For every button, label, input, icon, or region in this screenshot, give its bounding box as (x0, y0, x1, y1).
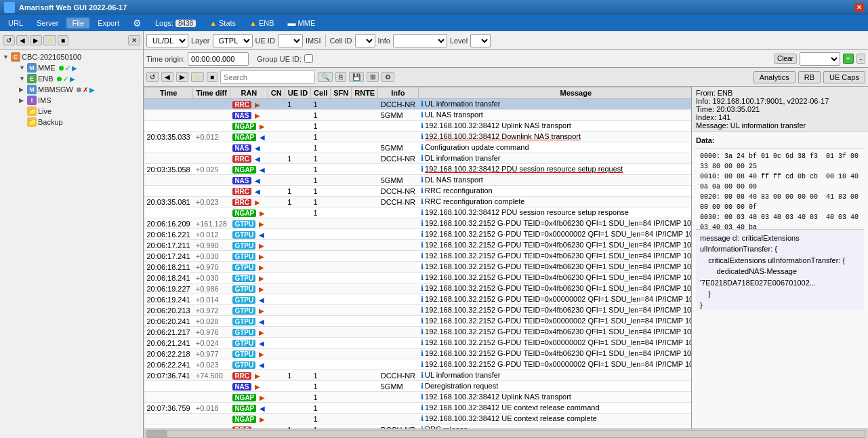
table-row[interactable]: NAS ▶ 1 5GMM ℹUL NAS transport (144, 110, 693, 121)
table-row[interactable]: 20:06:17.211 +0.990 GTPU ▶ ℹ192.168.100.… (144, 240, 693, 251)
table-row[interactable]: RRC ◀ 1 1 DCCH-NR ℹRRC reconfiguration (144, 186, 693, 197)
table-row[interactable]: 20:06:19.227 +0.986 GTPU ▶ ℹ192.168.100.… (144, 283, 693, 294)
menu-settings[interactable]: ⚙ (127, 16, 147, 30)
forward-btn[interactable]: ▶ (30, 35, 42, 45)
warn-btn[interactable]: ⚠ (43, 35, 56, 45)
clear-btn[interactable]: Clear (774, 54, 797, 64)
table-row[interactable]: NAS ▶ 1 5GMM ℹDeregistration request (144, 381, 693, 392)
menu-export[interactable]: Export (92, 18, 125, 28)
table-row[interactable]: NAS ◀ 1 5GMM ℹDL NAS transport (144, 175, 693, 186)
search-copy-btn[interactable]: ⎘ (335, 72, 346, 82)
tree-item-live[interactable]: 📁 Live (18, 106, 142, 117)
table-row[interactable]: 20:03:35.081 +0.023 RRC ▶ 1 1 DCCH-NR ℹR… (144, 197, 693, 207)
table-row[interactable]: 20:07:36.741 +74.500 RRC ▶ 1 1 DCCH-NR ℹ… (144, 370, 693, 381)
search-warn-btn[interactable]: ⚠ (191, 72, 204, 82)
cell-ueid: 1 (285, 99, 310, 110)
table-row[interactable]: 20:06:18.241 +0.030 GTPU ▶ ℹ192.168.100.… (144, 273, 693, 283)
table-row[interactable]: 20:06:20.213 +0.972 GTPU ▶ ℹ192.168.100.… (144, 305, 693, 316)
cell-sfn (331, 338, 352, 349)
table-row[interactable]: NGAP ▶ 1 ℹ192.168.100.32:38412 PDU sessi… (144, 207, 693, 218)
mbmsgw-dot (77, 87, 81, 92)
table-row[interactable]: NGAP ▶ 1 ℹ192.168.100.32:38412 Uplink NA… (144, 392, 693, 403)
ul-dl-select[interactable]: UL/DL UL DL (146, 34, 188, 47)
ue-caps-btn[interactable]: UE Caps (823, 71, 865, 83)
table-row[interactable]: 20:06:21.217 +0.976 GTPU ▶ ℹ192.168.100.… (144, 327, 693, 338)
table-row[interactable]: 20:06:21.241 +0.024 GTPU ◀ ℹ192.168.100.… (144, 338, 693, 349)
group-ue-checkbox[interactable] (304, 54, 313, 63)
table-row[interactable]: 20:07:36.759 +0.018 NGAP ◀ 1 ℹ192.168.10… (144, 403, 693, 414)
search-config-btn[interactable]: ⚙ (381, 72, 394, 82)
close-panel-btn[interactable]: ✕ (128, 35, 140, 45)
search-stop-btn[interactable]: ■ (207, 72, 218, 82)
filter-select[interactable] (800, 52, 840, 66)
cell-sfn (331, 153, 352, 164)
search-prev-btn[interactable]: ◀ (161, 72, 173, 82)
col-cell: Cell (311, 87, 331, 99)
menu-enb[interactable]: ▲ ENB (244, 18, 280, 28)
tree-item-backup[interactable]: 📁 Backup (18, 117, 142, 127)
ue-id-select[interactable]: 1 (278, 34, 303, 47)
cell-diff (193, 99, 230, 110)
table-row[interactable]: NAS ◀ 1 5GMM ℹConfiguration update comma… (144, 142, 693, 153)
arrow-icon: ▶ (255, 199, 260, 206)
table-row[interactable]: 20:03:35.058 +0.025 NGAP ◀ 1 ℹ192.168.10… (144, 164, 693, 175)
table-row[interactable]: 20:06:18.211 +0.970 GTPU ▶ ℹ192.168.100.… (144, 262, 693, 273)
status-scroll[interactable] (146, 430, 865, 438)
table-row[interactable]: RRC ◀ 1 1 DCCH-NR ℹDL information transf… (144, 153, 693, 164)
back-btn[interactable]: ◀ (16, 35, 28, 45)
level-select[interactable] (470, 34, 491, 47)
cell-rnte (352, 273, 378, 283)
search-save-btn[interactable]: 💾 (349, 72, 364, 82)
table-row[interactable]: 20:06:16.209 +161.128 GTPU ▶ ℹ192.168.10… (144, 218, 693, 229)
add-filter-btn[interactable]: + (843, 54, 854, 64)
table-row[interactable]: NGAP ▶ 1 ℹ192.168.100.32:38412 UE contex… (144, 414, 693, 424)
layer-select[interactable]: GTPL RRC NAS (213, 34, 253, 47)
menu-url[interactable]: URL (3, 18, 28, 28)
cell-rnte (352, 327, 378, 338)
table-row[interactable]: 20:06:20.241 +0.028 GTPU ◀ ℹ192.168.100.… (144, 316, 693, 327)
stop-btn[interactable]: ■ (58, 35, 68, 45)
tree-item-ims[interactable]: ▶ I IMS (18, 95, 142, 106)
time-origin-input[interactable] (188, 52, 249, 66)
tree-root[interactable]: ▼ C CBC-2021050100 (1, 52, 142, 62)
tree-item-mme[interactable]: ▼ M MME ✓ ▶ (18, 62, 142, 73)
info-select[interactable] (393, 34, 447, 47)
table-row[interactable]: RRC ▶ 1 1 DCCH-NR ℹUL information transf… (144, 99, 693, 110)
search-go-btn[interactable]: 🔍 (318, 72, 333, 82)
table-row[interactable]: NGAP ▶ 1 ℹ192.168.100.32:38412 Uplink NA… (144, 121, 693, 132)
menu-mme[interactable]: ▬ MME (283, 17, 321, 29)
cell-ueid (285, 251, 310, 262)
cell-diff (193, 186, 230, 197)
remove-filter-btn[interactable]: - (856, 54, 865, 64)
table-row[interactable]: 20:06:22.218 +0.977 GTPU ▶ ℹ192.168.100.… (144, 349, 693, 359)
cell-time (144, 175, 193, 186)
rb-btn[interactable]: RB (798, 71, 821, 83)
log-table-container[interactable]: Time Time diff RAN CN UE ID Cell SFN RNT… (144, 87, 692, 429)
table-row[interactable]: 20:06:19.241 +0.014 GTPU ◀ ℹ192.168.100.… (144, 294, 693, 305)
tree-item-mbmsgw[interactable]: ▶ M MBMSGW ✗ ▶ (18, 84, 142, 95)
menu-server[interactable]: Server (31, 18, 64, 28)
cell-time: 20:06:17.241 (144, 251, 193, 262)
tree-arrow-enb: ▼ (19, 75, 26, 82)
table-row[interactable]: 20:06:22.241 +0.023 GTPU ◀ ℹ192.168.100.… (144, 359, 693, 370)
menu-file[interactable]: File (66, 18, 89, 28)
message-text: 192.168.100.32:38412 UE context release … (425, 414, 597, 422)
table-row[interactable]: 20:06:17.241 +0.030 GTPU ▶ ℹ192.168.100.… (144, 251, 693, 262)
search-filter-btn[interactable]: ⊞ (367, 72, 379, 82)
ran-tag: NAS (232, 144, 251, 152)
tree-arrow-ims: ▶ (19, 97, 26, 104)
search-refresh-btn[interactable]: ↺ (146, 72, 159, 82)
cell-ran: NAS ▶ (230, 110, 268, 121)
tree-item-enb[interactable]: ▼ E ENB ✓ ▶ (18, 73, 142, 84)
table-row[interactable]: 20:06:16.221 +0.012 GTPU ◀ ℹ192.168.100.… (144, 229, 693, 240)
menu-stats[interactable]: ▲ Stats (204, 18, 241, 28)
search-input[interactable] (220, 71, 315, 84)
search-next-btn[interactable]: ▶ (176, 72, 188, 82)
table-row[interactable]: 20:03:35.033 +0.012 NGAP ◀ 1 ℹ192.168.10… (144, 132, 693, 142)
analytics-btn[interactable]: Analytics (753, 71, 795, 83)
menu-logs[interactable]: Logs: 8438 (150, 18, 201, 28)
arrow-icon: ◀ (255, 188, 260, 195)
cell-id-select[interactable] (355, 34, 375, 47)
refresh-btn[interactable]: ↺ (3, 35, 15, 45)
close-icon[interactable]: ✕ (854, 3, 864, 12)
